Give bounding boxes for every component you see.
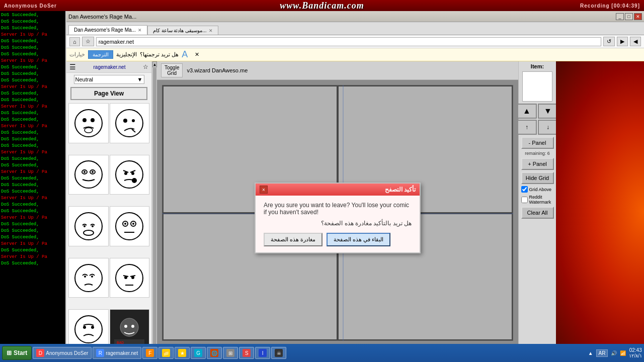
translation-bar: ✕ A هل تريد ترجمتها؟ الإنجليزية الترجمة … <box>66 48 644 61</box>
rage-face-1[interactable] <box>68 103 109 143</box>
taskbar-item-star[interactable]: ★ <box>175 347 190 359</box>
arrow-left-button[interactable]: ↑ <box>517 120 537 135</box>
rage-face-2[interactable] <box>110 103 150 143</box>
bookmark-button[interactable]: ☆ <box>82 37 94 46</box>
rage-face-6[interactable] <box>110 206 150 246</box>
translation-close[interactable]: ✕ <box>195 51 199 58</box>
plus-panel-button[interactable]: + Panel <box>521 158 554 170</box>
translation-icon: A <box>182 49 188 60</box>
neutral-dropdown[interactable]: Neutral ▼ <box>74 75 144 84</box>
rage-faces-grid: BAD <box>66 101 151 362</box>
tab-music[interactable]: موسيقى هادئة ساعة كام... ✕ <box>147 26 218 35</box>
dos-line: DoS Succeeded, <box>1 260 64 267</box>
svg-point-27 <box>91 276 93 278</box>
dos-line: DoS Succeeded, <box>1 130 64 136</box>
clear-all-button[interactable]: Clear All <box>521 207 554 219</box>
taskbar-item-ragemaker[interactable]: R ragemaker.net <box>93 347 141 359</box>
nav-forward-button[interactable]: ▶ <box>617 37 628 46</box>
rage-face-9[interactable] <box>68 309 109 349</box>
taskbar-item-app2[interactable]: 🌐 <box>207 347 222 359</box>
minus-panel-button[interactable]: - Panel <box>521 137 554 149</box>
dos-line: DoS Succeeded, <box>1 77 64 84</box>
nav-back-button[interactable]: ◀ <box>630 37 641 46</box>
taskbar-item-firefox[interactable]: F <box>142 347 157 359</box>
rage-face-5-img <box>73 211 104 241</box>
rage-face-8[interactable] <box>110 258 150 298</box>
firefox-icon: F <box>146 349 154 357</box>
close-button[interactable]: ✕ <box>634 13 642 20</box>
dos-line: DoS Succeeded, <box>1 64 64 71</box>
grid-above-checkbox[interactable] <box>521 186 528 193</box>
svg-point-15 <box>132 178 137 183</box>
dropdown-value: Neutral <box>75 76 93 82</box>
rage-face-1-img <box>73 108 104 138</box>
taskbar-item-app3[interactable]: ⊞ <box>223 347 238 359</box>
rage-face-3-img <box>73 159 104 190</box>
doser-label: Anonymous DoSer <box>46 350 88 356</box>
dialog-close-button[interactable]: × <box>260 186 268 194</box>
dos-terminal: DoS Succeeded, DoS Succeeded, DoS Succee… <box>0 11 65 362</box>
taskbar-item-app1[interactable]: G <box>191 347 206 359</box>
rage-face-7-img <box>73 263 104 293</box>
rage-face-3[interactable] <box>68 155 109 195</box>
dos-line: DoS Succeeded, <box>1 117 64 123</box>
sidebar-scrollbar[interactable]: ▲ ▼ <box>152 61 157 362</box>
toggle-grid-button[interactable]: Toggle Grid <box>161 63 183 77</box>
rage-face-10[interactable]: BAD <box>110 309 150 349</box>
svg-point-14 <box>131 172 134 175</box>
tab-ragemaker-close[interactable]: ✕ <box>138 28 142 33</box>
start-button[interactable]: ⊞ Start <box>2 346 32 360</box>
browser-title: Dan Awesome's Rage Ma... <box>68 14 616 20</box>
home-button[interactable]: ⌂ <box>69 37 80 46</box>
translate-button[interactable]: الترجمة <box>88 50 113 59</box>
dialog-box: تأكيد التصفح × Are you sure you want to … <box>255 183 421 253</box>
rage-sidebar: ☰ ragemaker.net ☆ Neutral ▼ Page View <box>66 61 152 362</box>
rage-face-4[interactable] <box>110 155 150 195</box>
dialog-overlay: تأكيد التصفح × Are you sure you want to … <box>157 80 518 356</box>
reddit-watermark-row: Reddit Watermark <box>521 195 554 205</box>
taskbar-item-app4[interactable]: S <box>239 347 254 359</box>
svg-point-39 <box>131 325 134 328</box>
address-input[interactable] <box>96 37 601 46</box>
svg-point-12 <box>116 161 143 188</box>
dos-line: DoS Succeeded, <box>1 143 64 149</box>
svg-point-13 <box>124 172 127 175</box>
arrow-up-button[interactable]: ▲ <box>517 104 537 119</box>
canvas-topbar: Toggle Grid v3.wizard DanAweso.me <box>157 61 518 80</box>
rage-face-9-img <box>73 314 104 344</box>
taskbar-item-folder[interactable]: 📁 <box>158 347 174 359</box>
reddit-watermark-checkbox[interactable] <box>521 197 528 203</box>
tab-ragemaker[interactable]: Dan Awesome's Rage Ma... ✕ <box>68 25 147 35</box>
dialog-stay-button[interactable]: البقاء في هذه الصفحة <box>327 233 390 246</box>
arrow-down-button[interactable]: ▼ <box>538 104 558 119</box>
doser-icon: D <box>36 349 44 357</box>
volume-icon[interactable]: 🔊 <box>611 350 617 356</box>
minimize-button[interactable]: _ <box>616 13 624 20</box>
tab-music-close[interactable]: ✕ <box>209 28 213 33</box>
outer-window: Anonymous DoSer www.Bandicam.com Recordi… <box>0 0 644 362</box>
scroll-up-arrow[interactable]: ▲ <box>152 61 157 67</box>
taskbar-item-doser[interactable]: D Anonymous DoSer <box>33 347 92 359</box>
maximize-button[interactable]: □ <box>625 13 633 20</box>
nav-reload-button[interactable]: ↺ <box>603 37 615 46</box>
bookmark-star[interactable]: ☆ <box>143 63 148 70</box>
arrow-right-button[interactable]: ↓ <box>538 120 558 135</box>
rage-face-5[interactable] <box>68 206 109 246</box>
svg-point-33 <box>75 316 102 343</box>
taskbar-item-app5[interactable]: I <box>255 347 270 359</box>
dos-line: Server Is Up / Pa <box>1 195 64 202</box>
fire-background-right <box>556 61 644 362</box>
page-view-button[interactable]: Page View <box>70 87 147 100</box>
network-icon[interactable]: 📶 <box>620 350 626 356</box>
app2-icon: 🌐 <box>210 349 218 357</box>
dialog-leave-button[interactable]: مغادرة هذه الصفحة <box>264 233 323 246</box>
scroll-thumb[interactable] <box>153 68 156 355</box>
no-translate-option[interactable]: خيارات <box>69 51 85 58</box>
rage-face-6-img <box>114 211 144 241</box>
site-url: ragemaker.net <box>94 64 126 70</box>
language-button[interactable]: AR <box>596 349 608 357</box>
rage-face-7[interactable] <box>68 258 109 298</box>
dos-line: DoS Succeeded, <box>1 162 64 169</box>
hide-grid-button[interactable]: Hide Grid <box>521 172 554 184</box>
taskbar-item-app6[interactable]: ☠ <box>271 347 286 359</box>
